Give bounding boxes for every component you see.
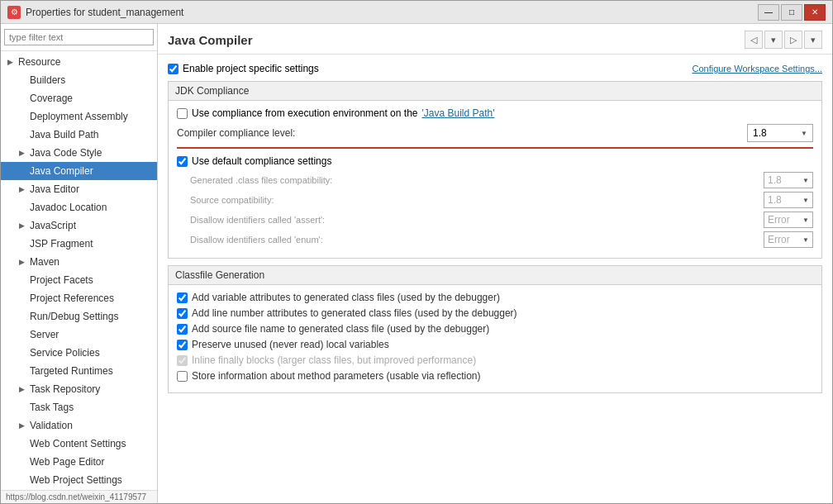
compiler-compliance-dropdown[interactable]: 1.8 ▼	[747, 124, 813, 142]
sidebar-item-run-debug-settings[interactable]: Run/Debug Settings	[1, 307, 157, 326]
window-title: Properties for student_management	[26, 7, 183, 18]
sidebar-label-java-code-style: Java Code Style	[30, 145, 102, 160]
use-default-checkbox[interactable]	[177, 156, 188, 167]
sidebar-label-maven: Maven	[30, 254, 60, 269]
configure-link[interactable]: Configure Workspace Settings...	[692, 64, 822, 74]
sidebar-item-server[interactable]: Server	[1, 326, 157, 344]
classfile-label-store-method-params: Store information about method parameter…	[192, 370, 481, 382]
right-panel: Java Compiler ◁ ▾ ▷ ▾ Enable project spe…	[158, 24, 832, 503]
sidebar-label-java-compiler: Java Compiler	[30, 164, 93, 178]
sidebar-item-java-editor[interactable]: ▶Java Editor	[1, 180, 157, 198]
sidebar-item-targeted-runtimes[interactable]: Targeted Runtimes	[1, 362, 157, 380]
sidebar: ▶ResourceBuildersCoverageDeployment Asse…	[1, 24, 158, 503]
close-button[interactable]: ✕	[804, 4, 826, 21]
sidebar-item-deployment-assembly[interactable]: Deployment Assembly	[1, 107, 157, 126]
compliance-detail-row: Disallow identifiers called 'assert':Err…	[177, 212, 813, 228]
sidebar-item-task-repository[interactable]: ▶Task Repository	[1, 380, 157, 398]
title-bar: ⚙ Properties for student_management — □ …	[1, 1, 832, 24]
sidebar-item-project-references[interactable]: Project References	[1, 289, 157, 307]
classfile-checkbox-preserve-unused[interactable]	[177, 340, 188, 350]
sidebar-item-project-facets[interactable]: Project Facets	[1, 271, 157, 289]
classfile-checkbox-add-line-number[interactable]	[177, 308, 188, 319]
sidebar-item-javadoc-location[interactable]: Javadoc Location	[1, 198, 157, 216]
tree-area: ▶ResourceBuildersCoverageDeployment Asse…	[1, 51, 157, 490]
classfile-checkbox-inline-finally	[177, 355, 188, 366]
panel-body: Enable project specific settings Configu…	[158, 55, 832, 503]
sidebar-label-service-policies: Service Policies	[30, 345, 100, 360]
classfile-checkbox-add-source-file[interactable]	[177, 324, 188, 335]
enable-label[interactable]: Enable project specific settings	[168, 63, 319, 74]
expand-arrow-resource: ▶	[7, 55, 16, 69]
sidebar-item-resource[interactable]: ▶Resource	[1, 53, 157, 71]
minimize-button[interactable]: —	[758, 4, 779, 21]
classfile-option-inline-finally: Inline finally blocks (larger class file…	[177, 354, 813, 366]
compiler-compliance-dropdown-arrow: ▼	[801, 130, 807, 137]
jdk-section-title: JDK Compliance	[169, 82, 821, 101]
back-dropdown-button[interactable]: ▾	[764, 31, 783, 49]
use-default-label[interactable]: Use default compliance settings	[177, 155, 331, 167]
use-compliance-label[interactable]: Use compliance from execution environmen…	[177, 107, 494, 119]
filter-input[interactable]	[4, 29, 154, 45]
sidebar-label-web-content-settings: Web Content Settings	[30, 436, 126, 451]
classfile-label-add-variable: Add variable attributes to generated cla…	[192, 292, 500, 303]
sidebar-label-task-tags: Task Tags	[30, 400, 74, 415]
classfile-checkbox-add-variable[interactable]	[177, 292, 188, 303]
enable-checkbox[interactable]	[168, 64, 178, 74]
sidebar-item-web-content-settings[interactable]: Web Content Settings	[1, 435, 157, 453]
compliance-rows: Generated .class files compatibility:1.8…	[177, 172, 813, 248]
sidebar-label-java-build-path: Java Build Path	[30, 127, 98, 142]
forward-dropdown-button[interactable]: ▾	[804, 31, 822, 49]
red-line	[177, 147, 813, 149]
compliance-dropdown[interactable]: Error▼	[764, 212, 813, 228]
main-content: ▶ResourceBuildersCoverageDeployment Asse…	[1, 24, 832, 503]
compliance-dropdown[interactable]: 1.8▼	[764, 192, 813, 208]
sidebar-item-java-code-style[interactable]: ▶Java Code Style	[1, 144, 157, 162]
sidebar-label-jsp-fragment: JSP Fragment	[30, 236, 93, 251]
sidebar-item-maven[interactable]: ▶Maven	[1, 253, 157, 271]
back-button[interactable]: ◁	[745, 31, 763, 49]
classfile-label-add-line-number: Add line number attributes to generated …	[192, 307, 517, 319]
sidebar-label-project-references: Project References	[30, 291, 114, 306]
sidebar-label-resource: Resource	[18, 55, 60, 69]
use-compliance-checkbox[interactable]	[177, 108, 188, 119]
sidebar-label-coverage: Coverage	[30, 91, 73, 106]
sidebar-item-web-project-settings[interactable]: Web Project Settings	[1, 471, 157, 489]
dropdown-arrow-icon: ▼	[802, 197, 809, 204]
compliance-detail-label: Source compatibility:	[177, 195, 764, 205]
expand-arrow-maven: ▶	[19, 254, 27, 269]
enable-row: Enable project specific settings Configu…	[168, 63, 822, 74]
classfile-option-add-variable: Add variable attributes to generated cla…	[177, 292, 813, 303]
sidebar-item-jsp-fragment[interactable]: JSP Fragment	[1, 235, 157, 253]
restore-button[interactable]: □	[781, 4, 802, 21]
panel-header: Java Compiler ◁ ▾ ▷ ▾	[158, 24, 832, 55]
sidebar-item-coverage[interactable]: Coverage	[1, 89, 157, 107]
sidebar-label-java-editor: Java Editor	[30, 182, 79, 197]
compliance-dropdown[interactable]: Error▼	[764, 231, 813, 248]
sidebar-label-deployment-assembly: Deployment Assembly	[30, 109, 128, 124]
sidebar-item-service-policies[interactable]: Service Policies	[1, 344, 157, 362]
classfile-checkbox-store-method-params[interactable]	[177, 371, 188, 382]
compiler-compliance-label: Compiler compliance level:	[177, 127, 747, 139]
sidebar-label-validation: Validation	[30, 418, 73, 433]
sidebar-item-java-compiler[interactable]: Java Compiler	[1, 162, 157, 180]
panel-title: Java Compiler	[168, 33, 253, 47]
expand-arrow-javascript: ▶	[19, 218, 27, 233]
sidebar-item-java-build-path[interactable]: Java Build Path	[1, 126, 157, 144]
expand-arrow-java-code-style: ▶	[19, 145, 27, 160]
sidebar-item-builders[interactable]: Builders	[1, 71, 157, 89]
java-build-path-link[interactable]: 'Java Build Path'	[421, 107, 494, 119]
sidebar-item-javascript[interactable]: ▶JavaScript	[1, 216, 157, 235]
sidebar-label-run-debug-settings: Run/Debug Settings	[30, 309, 118, 324]
classfile-label-preserve-unused: Preserve unused (never read) local varia…	[192, 339, 389, 350]
compliance-detail-row: Generated .class files compatibility:1.8…	[177, 172, 813, 188]
classfile-label-add-source-file: Add source file name to generated class …	[192, 323, 489, 335]
classfile-option-add-line-number: Add line number attributes to generated …	[177, 307, 813, 319]
compliance-dropdown[interactable]: 1.8▼	[764, 172, 813, 188]
sidebar-item-validation[interactable]: ▶Validation	[1, 416, 157, 435]
sidebar-item-task-tags[interactable]: Task Tags	[1, 398, 157, 416]
dropdown-arrow-icon: ▼	[802, 216, 809, 224]
forward-button[interactable]: ▷	[784, 31, 802, 49]
classfile-label-inline-finally: Inline finally blocks (larger class file…	[192, 354, 476, 366]
sidebar-item-web-page-editor[interactable]: Web Page Editor	[1, 453, 157, 471]
app-icon: ⚙	[7, 6, 21, 19]
